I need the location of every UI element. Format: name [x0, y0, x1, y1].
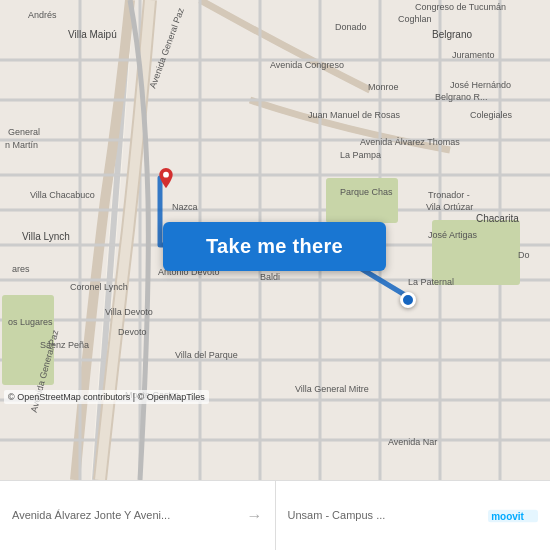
svg-text:Congreso de Tucumán: Congreso de Tucumán — [415, 2, 506, 12]
svg-text:La Pampa: La Pampa — [340, 150, 381, 160]
svg-text:Baldi: Baldi — [260, 272, 280, 282]
svg-text:Donado: Donado — [335, 22, 367, 32]
svg-text:Do: Do — [518, 250, 530, 260]
svg-text:Colegiales: Colegiales — [470, 110, 513, 120]
svg-text:os Lugares: os Lugares — [8, 317, 53, 327]
svg-text:Villa Devoto: Villa Devoto — [105, 307, 153, 317]
arrow-right-icon: → — [247, 507, 263, 525]
svg-text:Villa Lynch: Villa Lynch — [22, 231, 70, 242]
svg-text:José Artigas: José Artigas — [428, 230, 478, 240]
svg-text:Vila Ortúzar: Vila Ortúzar — [426, 202, 473, 212]
svg-text:Juramento: Juramento — [452, 50, 495, 60]
svg-text:Villa Chacabuco: Villa Chacabuco — [30, 190, 95, 200]
svg-text:Avenida Congreso: Avenida Congreso — [270, 60, 344, 70]
svg-text:Monroe: Monroe — [368, 82, 399, 92]
svg-text:Andrés: Andrés — [28, 10, 57, 20]
svg-text:Devoto: Devoto — [118, 327, 147, 337]
svg-text:Parque Chas: Parque Chas — [340, 187, 393, 197]
destination-pin — [400, 292, 416, 308]
origin-pin — [156, 168, 176, 188]
svg-text:Coghlan: Coghlan — [398, 14, 432, 24]
map-attribution: © OpenStreetMap contributors | © OpenMap… — [4, 390, 209, 404]
svg-text:Belgrano R...: Belgrano R... — [435, 92, 488, 102]
svg-text:moovit: moovit — [491, 511, 524, 522]
bottom-bar: Avenida Álvarez Jonte Y Aveni... → Unsam… — [0, 480, 550, 550]
svg-rect-27 — [326, 178, 398, 223]
map-container: Andrés Villa Maipú General n Martín Vill… — [0, 0, 550, 480]
svg-text:Villa General Mitre: Villa General Mitre — [295, 384, 369, 394]
svg-text:Avenida Álvarez Thomas: Avenida Álvarez Thomas — [360, 137, 460, 147]
to-section[interactable]: Unsam - Campus ... moovit — [276, 481, 551, 550]
svg-text:Coronel Lynch: Coronel Lynch — [70, 282, 128, 292]
svg-text:Juan Manuel de Rosas: Juan Manuel de Rosas — [308, 110, 401, 120]
svg-text:Villa del Parque: Villa del Parque — [175, 350, 238, 360]
svg-text:Nazca: Nazca — [172, 202, 198, 212]
from-section[interactable]: Avenida Álvarez Jonte Y Aveni... → — [0, 481, 276, 550]
svg-text:ares: ares — [12, 264, 30, 274]
svg-text:Villa Maipú: Villa Maipú — [68, 29, 117, 40]
svg-text:n Martín: n Martín — [5, 140, 38, 150]
svg-text:Chacarita: Chacarita — [476, 213, 519, 224]
svg-text:Avenida Nar: Avenida Nar — [388, 437, 437, 447]
button-label: Take me there — [206, 235, 343, 258]
svg-text:Belgrano: Belgrano — [432, 29, 472, 40]
svg-text:José Hernándo: José Hernándo — [450, 80, 511, 90]
to-label: Unsam - Campus ... — [288, 508, 481, 522]
from-label: Avenida Álvarez Jonte Y Aveni... — [12, 508, 243, 522]
svg-point-71 — [163, 172, 169, 178]
svg-text:Tronador -: Tronador - — [428, 190, 470, 200]
moovit-logo: moovit — [488, 501, 538, 531]
svg-text:La Paternal: La Paternal — [408, 277, 454, 287]
svg-text:General: General — [8, 127, 40, 137]
take-me-there-button[interactable]: Take me there — [163, 222, 386, 271]
